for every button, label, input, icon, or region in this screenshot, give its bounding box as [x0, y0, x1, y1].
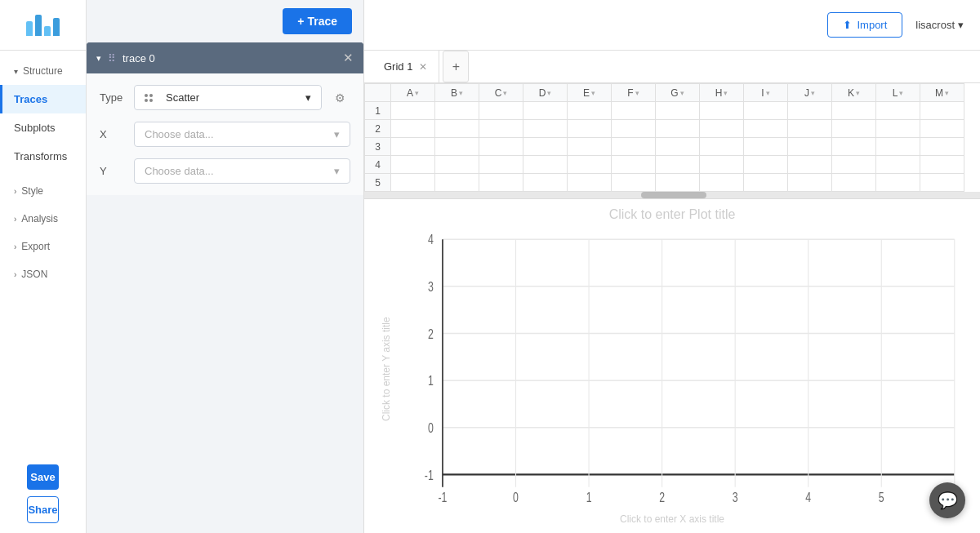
cell-1-A[interactable]	[391, 102, 435, 120]
cell-1-F[interactable]	[612, 102, 656, 120]
close-tab-icon[interactable]: ✕	[419, 61, 427, 73]
cell-5-G[interactable]	[656, 174, 700, 192]
cell-3-E[interactable]	[568, 138, 612, 156]
cell-3-H[interactable]	[700, 138, 744, 156]
col-header-J[interactable]: J▾	[788, 84, 832, 102]
cell-4-I[interactable]	[744, 156, 788, 174]
cell-5-C[interactable]	[479, 174, 523, 192]
cell-5-I[interactable]	[744, 174, 788, 192]
y-axis-title[interactable]: Click to enter Y axis title	[381, 227, 397, 512]
col-header-I[interactable]: I▾	[744, 84, 788, 102]
x-axis-title[interactable]: Click to enter X axis title	[381, 513, 964, 525]
settings-icon[interactable]: ⚙	[330, 87, 350, 109]
cell-2-G[interactable]	[656, 120, 700, 138]
grid-tab-1[interactable]: Grid 1 ✕	[372, 51, 439, 82]
cell-5-M[interactable]	[920, 174, 964, 192]
col-header-C[interactable]: C▾	[479, 84, 523, 102]
cell-2-A[interactable]	[391, 120, 435, 138]
cell-3-L[interactable]	[876, 138, 920, 156]
cell-4-F[interactable]	[612, 156, 656, 174]
cell-2-D[interactable]	[523, 120, 568, 138]
col-header-M[interactable]: M▾	[920, 84, 964, 102]
cell-2-K[interactable]	[832, 120, 876, 138]
cell-4-B[interactable]	[435, 156, 479, 174]
col-header-L[interactable]: L▾	[876, 84, 920, 102]
cell-2-F[interactable]	[612, 120, 656, 138]
cell-3-F[interactable]	[612, 138, 656, 156]
sheet-scrollbar[interactable]	[364, 192, 980, 198]
cell-3-B[interactable]	[435, 138, 479, 156]
sidebar-item-subplots[interactable]: Subplots	[0, 113, 86, 142]
cell-3-J[interactable]	[788, 138, 832, 156]
sidebar-item-export[interactable]: › Export	[0, 233, 86, 260]
cell-3-G[interactable]	[656, 138, 700, 156]
sidebar-item-transforms[interactable]: Transforms	[0, 142, 86, 171]
cell-4-C[interactable]	[479, 156, 523, 174]
type-select[interactable]: Scatter ▾	[134, 85, 322, 110]
cell-5-L[interactable]	[876, 174, 920, 192]
cell-3-I[interactable]	[744, 138, 788, 156]
sidebar-item-structure[interactable]: ▾ Structure	[0, 57, 86, 85]
cell-3-K[interactable]	[832, 138, 876, 156]
cell-4-G[interactable]	[656, 156, 700, 174]
cell-5-F[interactable]	[612, 174, 656, 192]
cell-4-J[interactable]	[788, 156, 832, 174]
cell-1-L[interactable]	[876, 102, 920, 120]
cell-5-B[interactable]	[435, 174, 479, 192]
cell-1-J[interactable]	[788, 102, 832, 120]
close-icon[interactable]: ✕	[343, 51, 354, 65]
col-header-D[interactable]: D▾	[523, 84, 568, 102]
cell-1-H[interactable]	[700, 102, 744, 120]
cell-1-I[interactable]	[744, 102, 788, 120]
col-header-E[interactable]: E▾	[568, 84, 612, 102]
cell-1-C[interactable]	[479, 102, 523, 120]
col-header-K[interactable]: K▾	[832, 84, 876, 102]
cell-1-E[interactable]	[568, 102, 612, 120]
cell-1-D[interactable]	[523, 102, 568, 120]
cell-2-H[interactable]	[700, 120, 744, 138]
cell-1-M[interactable]	[920, 102, 964, 120]
cell-3-A[interactable]	[391, 138, 435, 156]
cell-4-H[interactable]	[700, 156, 744, 174]
save-button[interactable]: Save	[27, 464, 58, 490]
cell-2-L[interactable]	[876, 120, 920, 138]
add-trace-button[interactable]: + Trace	[283, 8, 352, 34]
sidebar-item-traces[interactable]: Traces	[0, 85, 86, 113]
col-header-B[interactable]: B▾	[435, 84, 479, 102]
cell-5-J[interactable]	[788, 174, 832, 192]
cell-5-H[interactable]	[700, 174, 744, 192]
y-input[interactable]: Choose data... ▾	[134, 158, 350, 184]
cell-5-D[interactable]	[523, 174, 568, 192]
trace-card-header[interactable]: ▾ ⠿ trace 0 ✕	[87, 42, 363, 73]
cell-2-C[interactable]	[479, 120, 523, 138]
sidebar-item-json[interactable]: › JSON	[0, 260, 86, 288]
x-input[interactable]: Choose data... ▾	[134, 122, 350, 147]
cell-1-G[interactable]	[656, 102, 700, 120]
cell-4-L[interactable]	[876, 156, 920, 174]
user-menu[interactable]: lisacrost ▾	[915, 19, 964, 31]
cell-2-M[interactable]	[920, 120, 964, 138]
cell-3-D[interactable]	[523, 138, 568, 156]
cell-2-B[interactable]	[435, 120, 479, 138]
import-button[interactable]: ⬆ Import	[827, 12, 902, 38]
cell-5-K[interactable]	[832, 174, 876, 192]
sidebar-item-analysis[interactable]: › Analysis	[0, 205, 86, 233]
cell-3-M[interactable]	[920, 138, 964, 156]
cell-1-K[interactable]	[832, 102, 876, 120]
col-header-F[interactable]: F▾	[612, 84, 656, 102]
cell-4-M[interactable]	[920, 156, 964, 174]
cell-2-I[interactable]	[744, 120, 788, 138]
cell-1-B[interactable]	[435, 102, 479, 120]
cell-5-E[interactable]	[568, 174, 612, 192]
col-header-H[interactable]: H▾	[700, 84, 744, 102]
cell-4-A[interactable]	[391, 156, 435, 174]
chat-bubble[interactable]: 💬	[929, 482, 965, 518]
cell-4-K[interactable]	[832, 156, 876, 174]
sheet-scrollbar-thumb[interactable]	[641, 192, 706, 198]
spreadsheet[interactable]: A▾B▾C▾D▾E▾F▾G▾H▾I▾J▾K▾L▾M▾ 12345	[364, 83, 980, 192]
col-header-G[interactable]: G▾	[656, 84, 700, 102]
cell-3-C[interactable]	[479, 138, 523, 156]
sidebar-item-style[interactable]: › Style	[0, 177, 86, 205]
cell-5-A[interactable]	[391, 174, 435, 192]
share-button[interactable]: Share	[27, 496, 58, 523]
